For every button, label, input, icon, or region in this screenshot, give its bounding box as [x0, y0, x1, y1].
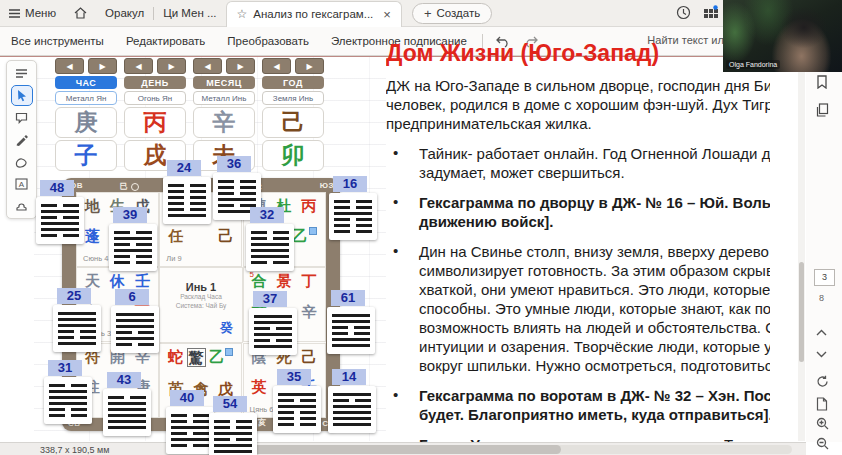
bullet-line: хваткой, они умеют нравиться. Это люди, …	[419, 280, 770, 299]
bookmark-button[interactable]	[816, 75, 828, 89]
menu-label: Меню	[25, 7, 56, 19]
bazi-branch-cell[interactable]: 卯	[262, 140, 324, 171]
tab-active-analysis[interactable]: ☆ Анализ по гексаграм... ×	[226, 1, 402, 27]
hexagram-line	[334, 218, 372, 222]
next-arrow-button[interactable]: ▶	[88, 58, 117, 74]
quick-tools-palette: A	[6, 60, 37, 219]
bazi-stem-cell[interactable]: 庚	[55, 107, 117, 138]
bazi-pillar-header[interactable]: ГОД	[262, 76, 324, 89]
next-arrow-button[interactable]: ▶	[226, 58, 255, 74]
panel-toggle-tool[interactable]	[12, 64, 32, 83]
stamp-tool[interactable]	[12, 196, 32, 215]
hexagram-line	[58, 342, 96, 346]
bazi-pillar-header[interactable]: ДЕНЬ	[124, 76, 186, 89]
chart-yin-number: Инь 1	[160, 281, 242, 293]
qimen-char: 辛	[302, 303, 317, 320]
bullet-item-2: •Гексаграмма по дворцу в ДЖ- № 16 – Юй. …	[386, 193, 770, 231]
document-button[interactable]	[816, 397, 828, 411]
apps-grid-icon[interactable]	[703, 5, 718, 20]
hexagram-card-25	[53, 305, 101, 352]
center-stem: 癸	[220, 319, 233, 337]
qimen-char: 景	[277, 272, 292, 289]
bazi-stem-cell[interactable]: 辛	[193, 107, 255, 138]
zoom-in-button[interactable]	[816, 417, 829, 430]
horizontal-scrollbar-thumb[interactable]	[243, 445, 561, 454]
hexagram-line	[333, 411, 371, 415]
status-bar: 338,7 x 190,5 мм <	[0, 442, 806, 455]
hexagram-line	[171, 420, 209, 424]
bullet-line: движению войск].	[419, 212, 770, 231]
toolbar-convert[interactable]: Преобразовать	[216, 35, 320, 47]
refresh-icon	[816, 375, 829, 388]
hexagram-number-54: 54	[213, 396, 247, 412]
close-tab-icon[interactable]: ×	[383, 7, 391, 22]
prev-arrow-button[interactable]: ◀	[262, 58, 291, 74]
hexagram-line	[214, 438, 252, 442]
prev-arrow-button[interactable]: ◀	[193, 58, 222, 74]
star-icon[interactable]: ☆	[237, 7, 248, 21]
hexagram-line	[278, 405, 316, 409]
horizontal-scrollbar[interactable]	[240, 445, 792, 454]
bazi-column-час: ◀▶ЧАСМеталл Ян庚子	[55, 58, 117, 171]
hexagram-line	[278, 417, 316, 421]
toolbar-all-tools[interactable]: Все инструменты	[0, 35, 115, 47]
hexagram-line	[116, 337, 154, 341]
tab-orakul[interactable]: Оракул	[96, 0, 153, 26]
bazi-pillar-header[interactable]: МЕСЯЦ	[193, 76, 255, 89]
qimen-char: 丁	[302, 272, 317, 289]
hexagram-card-40	[166, 407, 214, 454]
eraser-tool[interactable]	[12, 152, 32, 171]
hexagram-number-48: 48	[40, 180, 74, 196]
prev-arrow-button[interactable]: ◀	[124, 58, 153, 74]
vertical-scrollbar[interactable]	[798, 57, 805, 441]
chevron-down-icon	[816, 351, 827, 358]
hexagram-line	[114, 261, 152, 265]
bullet-line: интуиции и озарения. Творчёские люди, ко…	[419, 337, 770, 356]
acrobat-window: Меню Оракул Ци Мен ... ☆ Анализ по гекса…	[0, 0, 842, 455]
page-dimensions-label: 338,7 x 190,5 мм	[40, 445, 109, 455]
hexagram-card-32	[246, 224, 294, 271]
bullet-item-5: •Гэн на У, сюнь на сюнь- проникновение. …	[386, 435, 770, 442]
chevron-down-button[interactable]	[816, 351, 827, 358]
bazi-pillar-header[interactable]: ЧАС	[55, 76, 117, 89]
hexagram-card-31	[44, 377, 92, 424]
palace-row1: 合景丁	[252, 272, 317, 289]
bullet-dot: •	[393, 435, 398, 442]
prev-arrow-button[interactable]: ◀	[55, 58, 84, 74]
hexagram-line	[332, 338, 370, 342]
tab-qimen[interactable]: Ци Мен ...	[154, 0, 225, 26]
bazi-branch-cell[interactable]: 子	[55, 140, 117, 171]
hexagram-line	[278, 393, 316, 397]
zoom-out-button[interactable]	[816, 437, 829, 450]
hexagram-line	[58, 330, 96, 334]
comment-tool[interactable]	[12, 108, 32, 127]
toolbar-edit[interactable]: Редактировать	[115, 35, 216, 47]
text-box-tool[interactable]: A	[12, 174, 32, 193]
chevron-up-button[interactable]	[816, 329, 827, 336]
home-button[interactable]	[65, 0, 96, 26]
hexagram-number-31: 31	[48, 360, 82, 376]
page-number-input[interactable]: 3	[814, 269, 835, 286]
create-button[interactable]: + Создать	[412, 3, 492, 24]
hexagram-line	[41, 222, 79, 226]
pages-button[interactable]	[816, 103, 829, 117]
select-tool[interactable]	[12, 86, 32, 105]
menu-button[interactable]: Меню	[0, 0, 65, 26]
hexagram-number-61: 61	[331, 290, 365, 306]
pencil-tool[interactable]	[12, 130, 32, 149]
bazi-stem-cell[interactable]: 丙	[124, 107, 186, 138]
hexagram-line	[58, 312, 96, 316]
bazi-stem-cell[interactable]: 己	[262, 107, 324, 138]
next-arrow-button[interactable]: ▶	[295, 58, 324, 74]
next-arrow-button[interactable]: ▶	[157, 58, 186, 74]
svg-text:A: A	[19, 180, 25, 189]
qimen-char: 壬	[135, 272, 150, 289]
hexagram-line	[218, 198, 256, 202]
hexagram-line	[114, 249, 152, 253]
qimen-char: 英	[252, 378, 267, 395]
refresh-button[interactable]	[816, 375, 829, 388]
clock-icon[interactable]	[676, 5, 691, 20]
hexagram-card-48	[36, 197, 84, 244]
hexagram-line	[214, 420, 252, 424]
vertical-scrollbar-thumb[interactable]	[799, 262, 804, 362]
